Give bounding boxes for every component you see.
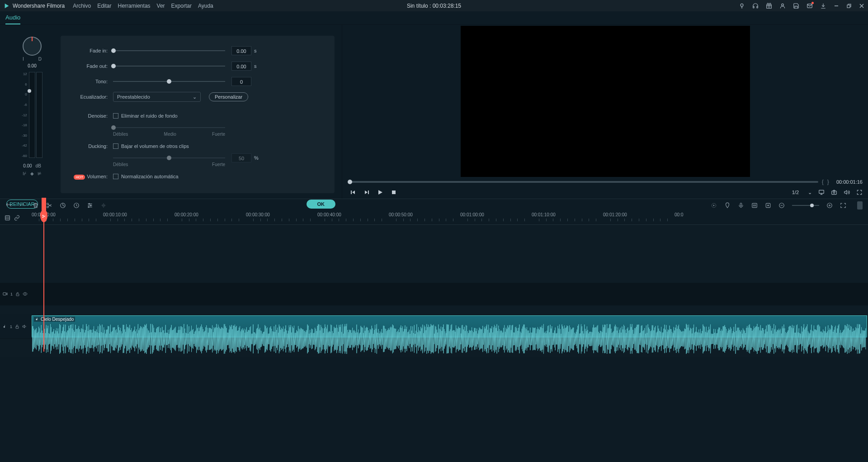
play-icon[interactable]: [377, 190, 383, 195]
window-close-icon[interactable]: [859, 3, 864, 9]
svg-marker-12: [352, 191, 355, 194]
undo-icon[interactable]: [5, 202, 12, 209]
svg-rect-54: [16, 326, 19, 328]
link-icon[interactable]: [14, 215, 20, 221]
split-icon[interactable]: [46, 202, 52, 209]
vu-value: 0.00: [23, 163, 32, 168]
mute-icon[interactable]: [22, 324, 27, 329]
tab-audio[interactable]: Audio: [5, 11, 20, 24]
voiceover-icon[interactable]: [738, 202, 744, 209]
stop-icon[interactable]: [391, 190, 396, 195]
lightbulb-icon[interactable]: [739, 3, 745, 9]
customize-button[interactable]: Personalizar: [209, 92, 248, 101]
render-icon[interactable]: [711, 202, 717, 209]
timeline-ruler[interactable]: 00:00:00:0000:00:10:0000:00:20:0000:00:3…: [31, 211, 868, 224]
fade-out-slider[interactable]: [113, 66, 225, 67]
ducking-value[interactable]: 50: [231, 153, 251, 162]
fade-in-label: Fade in:: [71, 48, 108, 53]
menu-tools[interactable]: Herramientas: [118, 3, 151, 9]
mark-in-icon[interactable]: {: [822, 179, 824, 185]
ok-button[interactable]: OK: [307, 200, 336, 209]
redo-icon[interactable]: [19, 202, 25, 209]
preview-resolution-select[interactable]: 1/2 ⌄: [792, 190, 812, 195]
denoise-slider[interactable]: [113, 127, 225, 128]
headphones-icon[interactable]: [752, 3, 759, 9]
vu-meter-left: [29, 72, 35, 158]
svg-rect-17: [819, 190, 824, 193]
speed-icon[interactable]: [73, 202, 80, 209]
window-restore-icon[interactable]: [846, 3, 852, 9]
equalizer-label: Ecualizador:: [71, 94, 108, 100]
auto-normalize-checkbox[interactable]: [113, 174, 118, 179]
fade-in-slider[interactable]: [113, 50, 225, 51]
svg-rect-52: [16, 294, 19, 295]
menu-view[interactable]: Ver: [157, 3, 165, 9]
denoise-checkbox[interactable]: [113, 113, 118, 119]
keyframe-add-icon[interactable]: ◆: [30, 171, 34, 176]
equalizer-select[interactable]: Preestablecido ⌄: [113, 92, 201, 102]
balance-knob[interactable]: [23, 37, 42, 56]
timeline-minimap[interactable]: [857, 201, 863, 210]
save-icon[interactable]: [793, 3, 799, 9]
delete-icon[interactable]: [33, 202, 39, 209]
tone-slider[interactable]: [113, 81, 225, 82]
preview-scrubber[interactable]: [348, 181, 818, 183]
keyframe-prev-icon[interactable]: ⊮: [23, 171, 27, 176]
track-manager-icon[interactable]: [5, 215, 10, 221]
audio-wave-icon[interactable]: [100, 202, 107, 209]
step-back-icon[interactable]: [350, 190, 356, 195]
tone-value[interactable]: 0: [231, 77, 251, 86]
fullscreen-icon[interactable]: [856, 189, 863, 195]
audio-clip[interactable]: Cielo Despejado: [32, 315, 867, 338]
svg-marker-15: [378, 190, 382, 195]
playhead[interactable]: [43, 211, 44, 352]
marker-icon[interactable]: [724, 202, 731, 209]
vu-meter-right: [36, 72, 42, 158]
menu-export[interactable]: Exportar: [171, 3, 192, 9]
svg-rect-18: [832, 191, 837, 195]
video-track-icon: [3, 291, 8, 296]
adjust-icon[interactable]: [87, 202, 93, 209]
step-forward-icon[interactable]: [364, 190, 369, 195]
ducking-checkbox[interactable]: [113, 143, 118, 149]
svg-marker-51: [6, 293, 7, 295]
video-track-1: 1: [0, 283, 868, 305]
fade-out-value[interactable]: 0.00: [231, 62, 251, 71]
fade-in-value[interactable]: 0.00: [231, 46, 251, 55]
lock-icon[interactable]: [15, 324, 19, 329]
crop-icon[interactable]: [60, 202, 66, 209]
ducking-slider[interactable]: [113, 157, 225, 158]
svg-point-19: [833, 192, 835, 194]
mixer-icon[interactable]: [751, 202, 758, 209]
snapshot-icon[interactable]: [831, 189, 837, 195]
window-minimize-icon[interactable]: [834, 3, 839, 9]
zoom-out-icon[interactable]: [778, 202, 785, 209]
preview-timecode: 00:00:01:16: [836, 179, 863, 185]
account-icon[interactable]: [779, 3, 786, 9]
audio-controls-panel: Fade in: 0.00 s Fade out: 0.00 s Tono: 0: [61, 36, 335, 193]
mark-out-icon[interactable]: }: [827, 179, 829, 185]
gift-icon[interactable]: [766, 3, 772, 9]
svg-point-30: [88, 206, 89, 207]
zoom-in-icon[interactable]: [826, 202, 833, 209]
monitor-icon[interactable]: [818, 189, 825, 195]
download-icon[interactable]: [820, 3, 826, 9]
eye-icon[interactable]: [23, 291, 28, 296]
svg-rect-16: [392, 191, 396, 194]
lock-icon[interactable]: [15, 292, 20, 296]
add-marker-icon[interactable]: [765, 202, 771, 209]
timeline-area: 00:00:00:0000:00:10:0000:00:20:0000:00:3…: [0, 211, 868, 357]
svg-rect-2: [753, 6, 754, 8]
zoom-fit-icon[interactable]: [840, 202, 846, 209]
panel-tabs: Audio: [0, 11, 868, 25]
menu-edit[interactable]: Editar: [97, 3, 111, 9]
menu-help[interactable]: Ayuda: [198, 3, 213, 9]
svg-rect-50: [3, 293, 6, 295]
menu-file[interactable]: Archivo: [73, 3, 91, 9]
volume-icon[interactable]: [844, 189, 850, 195]
volume-fader[interactable]: [28, 89, 31, 93]
message-icon[interactable]: [807, 3, 813, 9]
svg-point-39: [768, 205, 769, 205]
keyframe-next-icon[interactable]: ⊭: [38, 171, 42, 176]
zoom-slider[interactable]: [792, 205, 819, 206]
